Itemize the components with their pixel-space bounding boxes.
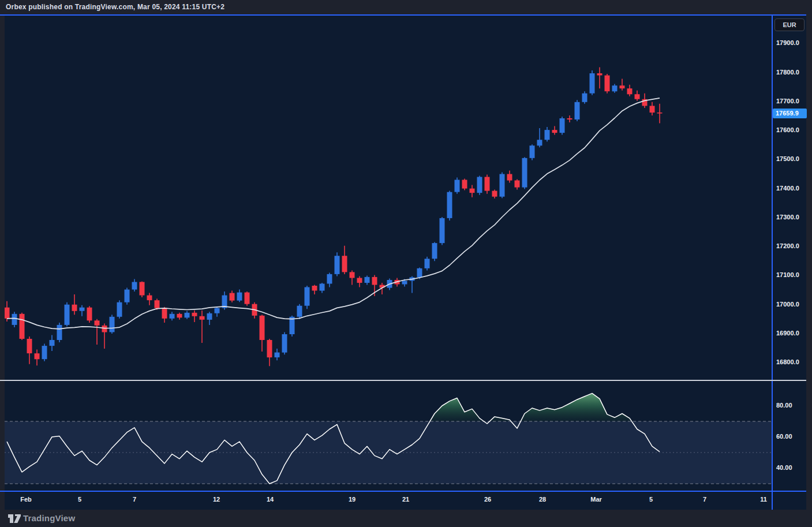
currency-button[interactable]: EUR [774, 18, 804, 31]
time-tick-label: 5 [649, 496, 653, 503]
price-tick-label: 17400.0 [776, 185, 799, 192]
price-tick-label: 17300.0 [776, 214, 799, 221]
tradingview-brand[interactable]: TradingView [23, 513, 75, 523]
price-tick-label: 16900.0 [776, 330, 799, 337]
price-tick-label: 17900.0 [776, 39, 799, 47]
time-tick-label: 19 [349, 496, 356, 503]
price-tick-label: 17700.0 [776, 98, 799, 105]
time-tick-label: Mar [590, 496, 602, 503]
price-tick-label: 17500.0 [776, 155, 799, 163]
footer-bar [0, 510, 812, 527]
rsi-tick-label: 80.00 [776, 402, 792, 409]
price-tick-label: 17600.0 [776, 126, 799, 134]
price-tick-label: 17000.0 [776, 301, 799, 308]
time-tick-label: Feb [20, 496, 32, 503]
pane-separator[interactable] [0, 380, 806, 381]
rsi-tick-label: 40.00 [776, 464, 792, 472]
price-axis[interactable] [773, 16, 806, 491]
price-tick-label: 17200.0 [776, 242, 799, 250]
published-title: Orbex published on TradingView.com, Mar … [6, 3, 224, 11]
tradingview-logo-icon[interactable] [8, 514, 21, 524]
time-tick-label: 21 [402, 496, 409, 503]
last-price-badge: 17659.9 [773, 109, 807, 118]
price-tick-label: 16800.0 [776, 358, 799, 366]
time-tick-label: 28 [539, 496, 546, 503]
chart-top-border [0, 14, 806, 16]
price-tick-label: 17800.0 [776, 69, 799, 76]
rsi-tick-label: 60.00 [776, 433, 792, 440]
time-tick-label: 14 [267, 496, 274, 503]
time-tick-label: 12 [213, 496, 220, 503]
right-margin-strip [806, 14, 812, 510]
left-margin-strip [0, 14, 5, 510]
time-tick-label: 7 [703, 496, 706, 503]
candlestick-chart[interactable] [0, 0, 812, 527]
time-tick-label: 26 [484, 496, 491, 503]
price-tick-label: 17100.0 [776, 271, 799, 279]
time-tick-label: 11 [760, 496, 767, 503]
time-tick-label: 5 [78, 496, 81, 503]
time-tick-label: 7 [133, 496, 136, 503]
time-axis[interactable] [5, 492, 772, 510]
